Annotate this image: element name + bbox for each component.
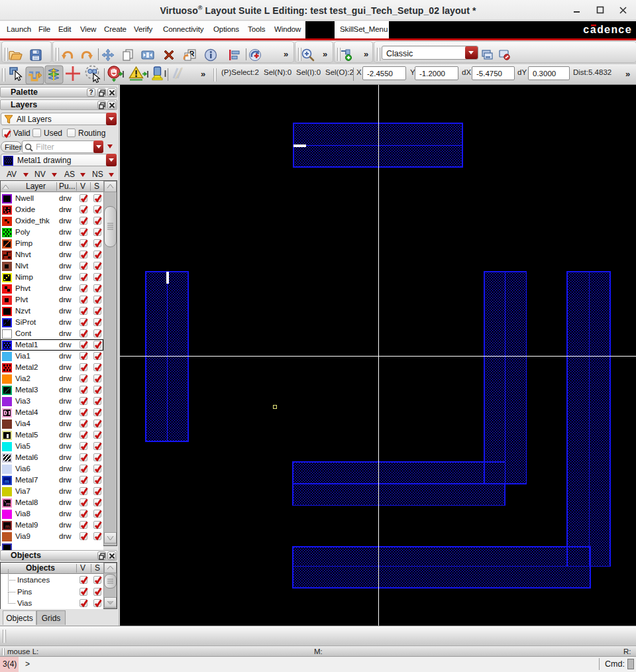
svg-text:m: m [6,501,11,507]
svg-text:m: m [5,524,10,530]
svg-text:cadence: cadence [583,25,632,36]
svg-text:m: m [5,478,9,484]
